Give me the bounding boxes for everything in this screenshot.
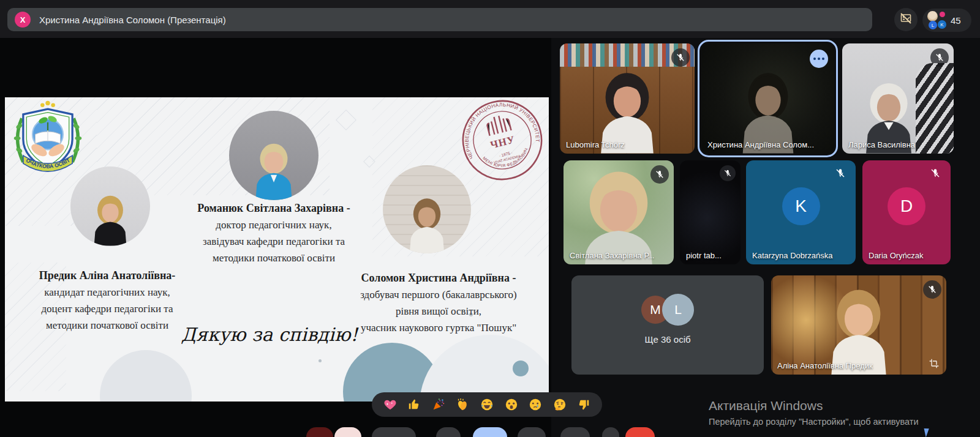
letter-avatar: D (888, 187, 925, 225)
portrait-solomon (383, 165, 471, 253)
decor-circle (513, 360, 529, 376)
video-tile-larysa[interactable]: Лариса Василівна Мафтин (842, 43, 954, 154)
reactions-bar (372, 392, 602, 417)
person-line: здобувач першого (бакалаврського) (345, 286, 532, 303)
mic-off-badge (923, 280, 941, 299)
crying-face-icon[interactable] (528, 397, 543, 412)
video-tile-khrystyna[interactable]: Христина Андріївна Солом... (701, 43, 834, 154)
participants-count-button[interactable]: L K 45 (922, 9, 971, 32)
windows-activation-title: Активація Windows (709, 398, 823, 413)
stamp-monogram: ЧНУ (489, 133, 517, 151)
participant-name: Lubomira Tchórz (566, 140, 625, 149)
call-control-button[interactable] (473, 427, 507, 437)
thinking-face-icon[interactable] (552, 397, 567, 412)
call-control-button[interactable] (602, 427, 619, 437)
sparkling-heart-icon[interactable] (383, 397, 398, 412)
person-line: доктор педагогічних наук, (182, 217, 366, 233)
mini-avatar-dot (940, 12, 945, 17)
mouse-cursor (924, 427, 931, 437)
video-tile-piotr[interactable]: piotr tab... (680, 160, 741, 264)
mic-off-badge (930, 48, 949, 67)
person-line: методики початкової освіти (182, 250, 366, 266)
astonished-face-icon[interactable] (504, 397, 519, 412)
person-line: рівня вищої освіти, (345, 303, 532, 319)
participants-avatar-cluster: L K (927, 11, 947, 29)
more-people-label: Ще 36 осіб (644, 334, 690, 345)
participant-name: Лариса Василівна Мафтин (848, 140, 948, 149)
screen-share-area: ПОЧАТКОВА ОСВІТА ЧЕРНІВЕЦЬКИЙ НАЦІОНАЛЬН… (0, 38, 551, 437)
decor-circle (318, 359, 322, 362)
crop-icon[interactable] (928, 357, 940, 370)
person-name: Романюк Світлана Захарівна - (182, 200, 366, 217)
whiteboard-off-button[interactable] (894, 8, 918, 31)
presentation-slide: ПОЧАТКОВА ОСВІТА ЧЕРНІВЕЦЬКИЙ НАЦІОНАЛЬН… (5, 97, 549, 402)
mini-avatar-photo (927, 11, 938, 21)
end-call-button[interactable] (625, 427, 655, 437)
whiteboard-off-icon (900, 12, 912, 27)
participant-name: Аліна Анатоліївна Предик (777, 361, 873, 370)
mini-avatar-l: L (929, 21, 937, 29)
call-control-button[interactable] (560, 427, 590, 437)
video-tile-katarzyna[interactable]: K Katarzyna Dobrzańska (746, 160, 856, 264)
overflow-avatars: M L Ще 36 осіб (571, 294, 764, 345)
mic-off-icon (926, 164, 944, 182)
call-control-button[interactable] (518, 427, 546, 437)
person-block-romaniuk: Романюк Світлана Захарівна - доктор педа… (182, 200, 366, 266)
video-tile-lubomira[interactable]: Lubomira Tchórz (560, 43, 695, 154)
person-line: завідувач кафедри педагогіки та (182, 233, 366, 250)
mini-avatar-k: K (938, 20, 946, 29)
thumbs-down-icon[interactable] (576, 397, 591, 412)
portrait-predyk (70, 166, 150, 246)
call-control-button[interactable] (306, 427, 333, 437)
video-tile-daria[interactable]: D Daria Oryńczak (862, 160, 951, 264)
top-bar: X Христина Андріївна Соломон (Презентаці… (0, 0, 980, 38)
person-line: кандидат педагогічних наук, (18, 284, 196, 301)
party-popper-icon[interactable] (431, 397, 446, 412)
tile-options-button[interactable] (810, 50, 828, 68)
participant-name: Katarzyna Dobrzańska (752, 251, 833, 260)
face-tears-of-joy-icon[interactable] (480, 397, 494, 412)
video-tile-svitlana[interactable]: Світлана Захарівна Р... (564, 160, 674, 264)
person-name: Предик Аліна Анатоліївна- (18, 267, 196, 284)
person-name: Соломон Христина Андріївна - (345, 270, 532, 286)
call-control-button[interactable] (372, 427, 416, 437)
participant-name: Христина Андріївна Солом... (707, 140, 814, 149)
decor-circle (420, 335, 549, 402)
mic-off-badge (671, 48, 690, 67)
presenter-chip[interactable]: X Христина Андріївна Соломон (Презентаці… (7, 8, 872, 31)
mic-off-icon (831, 164, 850, 182)
person-line: доцент кафедри педагогіки та (18, 301, 196, 317)
mic-off-badge (720, 165, 736, 181)
overflow-tile[interactable]: M L Ще 36 осіб (571, 275, 764, 375)
portrait-romaniuk (229, 111, 318, 200)
video-tile-alina[interactable]: Аліна Анатоліївна Предик (771, 275, 946, 375)
faculty-logo: ПОЧАТКОВА ОСВІТА (11, 100, 85, 178)
decor-diamond (336, 110, 356, 130)
windows-activation-subtitle: Перейдіть до розділу "Настройки", щоб ак… (709, 417, 918, 427)
thumbs-up-icon[interactable] (407, 397, 421, 412)
decor-circle (100, 350, 192, 402)
letter-avatar: K (782, 187, 820, 225)
presenter-avatar: X (15, 12, 31, 28)
participant-name: piotr tab... (686, 251, 722, 260)
participant-name: Світлана Захарівна Р... (570, 251, 654, 260)
participant-name: Daria Oryńczak (869, 251, 924, 260)
thanks-text: Дякую за співдію! (165, 324, 374, 345)
clapping-hands-icon[interactable] (455, 397, 470, 412)
presenter-title: Христина Андріївна Соломон (Презентація) (39, 15, 226, 25)
call-control-button[interactable] (334, 427, 361, 437)
mic-off-badge (650, 165, 669, 184)
participant-count: 45 (951, 15, 961, 26)
avatar-l: L (662, 294, 694, 326)
